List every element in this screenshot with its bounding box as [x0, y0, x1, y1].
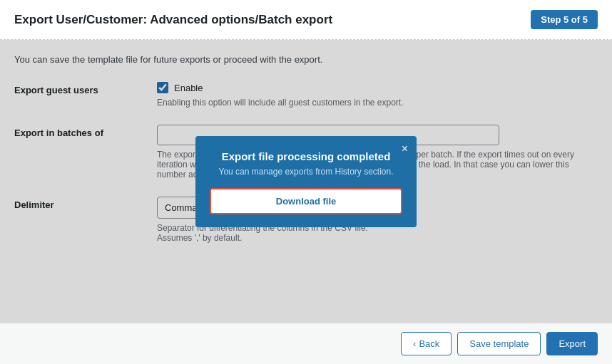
page-header: Export User/Customer: Advanced options/B…	[0, 0, 612, 40]
modal-overlay: × Export file processing completed You c…	[0, 40, 612, 323]
page-wrapper: Export User/Customer: Advanced options/B…	[0, 0, 612, 364]
page-title: Export User/Customer: Advanced options/B…	[14, 13, 332, 27]
export-button[interactable]: Export	[546, 332, 598, 355]
download-file-button[interactable]: Download file	[210, 188, 402, 214]
page-content: You can save the template file for futur…	[0, 40, 612, 323]
page-footer: ‹ Back Save template Export	[0, 323, 612, 364]
modal-title: Export file processing completed	[210, 150, 402, 162]
step-badge: Step 5 of 5	[531, 10, 598, 29]
modal-subtitle: You can manage exports from History sect…	[210, 167, 402, 177]
close-icon[interactable]: ×	[402, 143, 408, 155]
back-button[interactable]: ‹ Back	[401, 332, 452, 355]
back-button-label: Back	[419, 338, 439, 349]
export-complete-modal: × Export file processing completed You c…	[195, 136, 417, 227]
chevron-left-icon: ‹	[413, 338, 416, 349]
save-template-button[interactable]: Save template	[457, 332, 541, 355]
